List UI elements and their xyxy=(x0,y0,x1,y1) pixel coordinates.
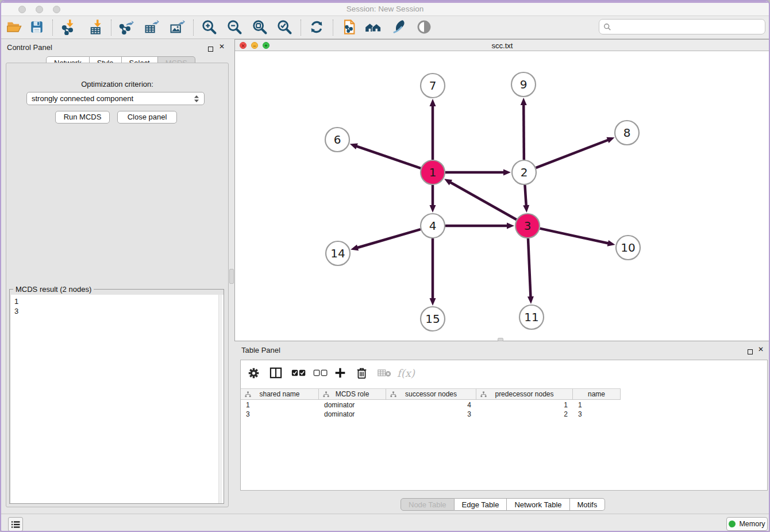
destroy-table-button[interactable] xyxy=(378,366,391,380)
column-header-name[interactable]: name xyxy=(573,389,621,399)
select-all-button[interactable] xyxy=(291,366,306,380)
attribute-tree-icon xyxy=(323,391,329,398)
eye-button[interactable] xyxy=(415,18,433,36)
clone-network-button[interactable] xyxy=(340,18,358,36)
show-panels-button[interactable] xyxy=(8,517,23,531)
float-window-icon xyxy=(748,349,753,354)
graph-node-4[interactable]: 4 xyxy=(421,214,445,238)
graph-edge-arrowhead xyxy=(606,137,614,143)
optimization-criterion-label: Optimization criterion: xyxy=(1,80,233,88)
column-header-predecessor-nodes[interactable]: predecessor nodes xyxy=(476,389,573,399)
open-session-button[interactable] xyxy=(5,18,24,36)
graph-node-2[interactable]: 2 xyxy=(512,160,536,184)
split-columns-button[interactable] xyxy=(270,366,282,380)
delete-column-button[interactable] xyxy=(356,366,367,380)
clone-network-icon xyxy=(341,19,357,35)
graph-edge-4-14[interactable] xyxy=(357,229,421,248)
export-table-button[interactable] xyxy=(143,18,161,36)
table-panel-float-icon[interactable] xyxy=(748,346,753,357)
graph-edge-3-11[interactable] xyxy=(528,238,531,298)
graph-node-11[interactable]: 11 xyxy=(519,305,544,329)
graph-node-1[interactable]: 1 xyxy=(421,160,445,184)
search-field[interactable] xyxy=(599,19,765,34)
window-accent-strip xyxy=(1,1,769,3)
zoom-out-button[interactable] xyxy=(225,18,244,36)
column-header-label: MCDS role xyxy=(336,390,369,398)
export-network-button[interactable] xyxy=(117,18,136,36)
tab-edge-table[interactable]: Edge Table xyxy=(455,498,507,511)
graph-edge-arrowhead xyxy=(521,98,527,105)
zoom-fit-button[interactable] xyxy=(251,18,269,36)
add-column-button[interactable] xyxy=(334,366,346,380)
graph-node-15[interactable]: 15 xyxy=(421,307,445,331)
column-header-MCDS-role[interactable]: MCDS role xyxy=(319,389,386,399)
graph-node-label: 2 xyxy=(521,165,528,179)
toolbar-separator xyxy=(193,20,194,36)
import-network-button[interactable] xyxy=(60,18,78,36)
table-cell: 1 xyxy=(476,400,573,410)
graph-node-8[interactable]: 8 xyxy=(615,121,639,145)
zoom-selected-button[interactable] xyxy=(275,18,294,36)
optimization-criterion-select[interactable]: strongly connected component xyxy=(26,92,205,105)
import-table-button[interactable] xyxy=(87,18,106,36)
column-header-successor-nodes[interactable]: successor nodes xyxy=(386,389,476,399)
result-scrollbar[interactable] xyxy=(218,295,222,503)
graph-node-10[interactable]: 10 xyxy=(616,236,640,260)
close-panel-button[interactable]: Close panel xyxy=(117,111,177,124)
refresh-button[interactable] xyxy=(307,18,326,36)
column-header-label: name xyxy=(588,390,605,398)
vertical-split-grip[interactable] xyxy=(229,269,234,284)
graph-edge-2-8[interactable] xyxy=(536,140,609,168)
save-session-button[interactable] xyxy=(28,18,46,36)
run-mcds-button[interactable]: Run MCDS xyxy=(55,111,110,124)
table-row[interactable]: 1dominator411 xyxy=(241,400,621,410)
toolbar-separator xyxy=(301,20,301,36)
style-button[interactable] xyxy=(390,18,408,36)
table-cell: 3 xyxy=(573,410,621,419)
graph-edge-3-1[interactable] xyxy=(450,182,517,220)
tab-motifs[interactable]: Motifs xyxy=(570,498,606,511)
graph-edge-3-10[interactable] xyxy=(540,229,609,244)
home-button[interactable] xyxy=(364,18,383,36)
memory-button[interactable]: Memory xyxy=(726,517,768,531)
zoom-in-button[interactable] xyxy=(200,18,218,36)
graph-node-label: 15 xyxy=(425,312,440,326)
graph-edge-2-9[interactable] xyxy=(523,104,524,160)
graph-node-6[interactable]: 6 xyxy=(325,128,349,152)
table-cell: 4 xyxy=(386,400,476,410)
graph-svg[interactable]: 1234678910111415 xyxy=(235,51,769,341)
graph-edge-arrowhead xyxy=(351,245,359,251)
graph-node-14[interactable]: 14 xyxy=(326,241,350,265)
horizontal-split-grip[interactable] xyxy=(498,338,503,341)
control-panel-float-icon[interactable] xyxy=(208,44,213,54)
tab-network-table[interactable]: Network Table xyxy=(507,498,569,511)
zoom-selected-icon xyxy=(276,19,292,35)
table-cell: 3 xyxy=(386,410,476,419)
graph-edge-1-6[interactable] xyxy=(356,146,421,168)
table-settings-button[interactable] xyxy=(248,366,260,380)
search-input[interactable] xyxy=(614,21,765,33)
stepper-arrows-icon xyxy=(194,95,199,103)
attribute-tree-icon xyxy=(480,391,487,398)
selected-option: strongly connected component xyxy=(32,94,194,103)
graph-edge-2-3[interactable] xyxy=(525,185,526,206)
save-session-icon xyxy=(29,20,44,34)
control-panel-title: Control Panel xyxy=(7,43,52,52)
mcds-result-text[interactable]: 1 3 xyxy=(11,295,224,503)
unselect-all-button[interactable] xyxy=(313,366,328,380)
column-header-shared-name[interactable]: shared name xyxy=(241,389,319,399)
list-icon xyxy=(11,521,20,529)
mcds-result-fieldset: MCDS result (2 nodes) 1 3 xyxy=(9,289,224,504)
graph-node-7[interactable]: 7 xyxy=(421,74,445,98)
graph-node-9[interactable]: 9 xyxy=(511,72,536,97)
table-row[interactable]: 3dominator323 xyxy=(241,410,621,419)
attribute-tree-icon xyxy=(245,391,251,398)
main-toolbar xyxy=(1,16,769,39)
graph-node-3[interactable]: 3 xyxy=(515,214,540,238)
network-view-window: ✕ − + scc.txt 1234678910111415 xyxy=(234,39,770,341)
tab-node-table[interactable]: Node Table xyxy=(401,498,455,511)
export-image-button[interactable] xyxy=(168,18,186,36)
control-panel-close-icon[interactable]: ✕ xyxy=(219,43,225,51)
function-builder-button[interactable]: f(x) xyxy=(397,366,415,380)
table-panel-close-icon[interactable]: ✕ xyxy=(758,345,764,353)
